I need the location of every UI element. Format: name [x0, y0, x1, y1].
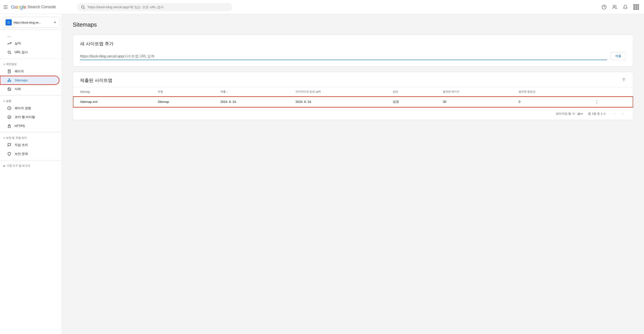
pagination-row: 페이지당 행 수: 10 ▾ 총 1행 중 1~1	[73, 107, 633, 120]
sidebar-item-https[interactable]: HTTPS	[0, 122, 59, 130]
td-last-read: 2024. 6. 24.	[288, 96, 386, 107]
sidebar-item-manual-actions[interactable]: 직접 조치	[0, 140, 59, 150]
th-submitted[interactable]: 제출 ↓	[213, 87, 288, 96]
google-logo-area[interactable]: Google Search Console	[11, 4, 56, 10]
table-body: /sitemap.xml Sitemap 2024. 6. 24. 2024. …	[73, 96, 633, 107]
td-submitted: 2024. 6. 24.	[213, 96, 288, 107]
content-area: Sitemaps 새 사이트맵 추가 https://duck-blog.ver…	[62, 14, 644, 334]
sidebar-item-core-web-vitals[interactable]: 코어 웹 바이탈	[0, 113, 59, 122]
help-icon[interactable]	[600, 3, 608, 12]
topbar: Google Search Console	[0, 0, 644, 14]
svg-line-15	[8, 88, 10, 90]
sitemap-table: Sitemap 유형 제출 ↓ 마지막으로 읽은 날짜	[73, 87, 633, 107]
sitemap-url-input[interactable]	[124, 54, 607, 58]
svg-point-4	[614, 5, 615, 7]
lock-icon	[7, 124, 12, 128]
pagination-info: 총 1행 중 1~1	[588, 112, 606, 116]
th-discovered-pages: 발견된 페이지	[436, 87, 512, 96]
account-icon[interactable]	[610, 3, 619, 12]
delete-icon	[7, 87, 12, 91]
google-logo: Google	[11, 4, 26, 10]
property-url: https://duck-blog.ve...	[14, 21, 52, 24]
submitted-title: 제출된 사이트맵	[80, 78, 112, 84]
filter-icon[interactable]	[622, 78, 626, 83]
search-bar	[77, 3, 232, 11]
experience-icon	[7, 106, 12, 110]
page-title: Sitemaps	[73, 21, 633, 28]
svg-line-6	[10, 53, 11, 54]
th-status: 상태	[386, 87, 436, 96]
notification-icon[interactable]	[621, 3, 630, 12]
section-arrow-icon: ▾	[4, 63, 5, 66]
flag-icon	[7, 143, 12, 147]
section-arrow-tools-icon: ▶	[4, 164, 5, 167]
table-header: Sitemap 유형 제출 ↓ 마지막으로 읽은 날짜	[73, 87, 633, 96]
section-experiment-label: 실험	[6, 99, 11, 103]
sidebar-item-label-manual-actions: 직접 조치	[15, 143, 28, 147]
submit-sitemap-button[interactable]: 제출	[610, 52, 626, 60]
more-options-icon[interactable]: ⋮	[594, 99, 599, 104]
add-sitemap-title: 새 사이트맵 추가	[80, 41, 626, 47]
td-row-actions[interactable]: ⋮	[588, 96, 633, 107]
section-indexing-label: 색인생성	[6, 62, 17, 66]
sidebar-item-pages[interactable]: 페이지	[0, 67, 59, 76]
submitted-card-header: 제출된 사이트맵	[73, 72, 633, 87]
sidebar-divider-4	[0, 132, 62, 132]
sidebar-section-experiment[interactable]: ▾ 실험	[0, 97, 62, 104]
sidebar-item-label-sitemaps: Sitemaps	[15, 78, 28, 82]
rows-per-page: 페이지당 행 수: 10 ▾	[556, 112, 583, 116]
sidebar-section-security[interactable]: ▾ 보안 및 직접 조치	[0, 134, 62, 140]
section-arrow-security-icon: ▾	[4, 136, 5, 139]
td-discovered-pages: 30	[436, 96, 512, 107]
main-layout: D https://duck-blog.ve... ▼ … 실적	[0, 14, 644, 334]
property-avatar: D	[6, 19, 12, 26]
sidebar-more-icon: …	[0, 32, 62, 39]
sitemap-input-wrapper: https://duck-blog.vercel.app/	[80, 54, 607, 60]
svg-line-1	[84, 8, 85, 9]
td-sitemap: /sitemap.xml	[73, 96, 150, 107]
sidebar-item-security-issues[interactable]: 보안 문제	[0, 150, 59, 158]
section-arrow-experiment-icon: ▾	[4, 100, 5, 102]
page-icon	[7, 69, 12, 74]
sidebar-item-label-security-issues: 보안 문제	[15, 152, 28, 156]
property-selector[interactable]: D https://duck-blog.ve... ▼	[2, 17, 60, 28]
rows-chevron-icon: ▾	[582, 112, 583, 115]
th-sitemap: Sitemap	[73, 87, 150, 96]
apps-icon[interactable]	[632, 3, 640, 12]
prev-page-button[interactable]	[611, 110, 618, 117]
td-type: Sitemap	[150, 96, 213, 107]
th-type: 유형	[150, 87, 213, 96]
sidebar-item-page-experience[interactable]: 페이지 경험	[0, 104, 59, 113]
sidebar-section-indexing[interactable]: ▾ 색인생성	[0, 60, 62, 67]
property-chevron-icon: ▼	[54, 21, 56, 24]
sidebar-section-tools[interactable]: ▶ 기존 도구 및 보고서	[0, 162, 62, 168]
sitemap-base-url: https://duck-blog.vercel.app/	[80, 54, 124, 58]
menu-icon[interactable]	[4, 4, 9, 10]
sidebar-item-delete[interactable]: 삭제	[0, 85, 59, 94]
topbar-left: Google Search Console	[4, 4, 74, 10]
sidebar-item-label-delete: 삭제	[15, 87, 21, 91]
submitted-sitemaps-card: 제출된 사이트맵 Sitemap 유형	[73, 72, 633, 120]
topbar-right	[600, 3, 640, 12]
sidebar-item-url-inspection[interactable]: URL 검사	[0, 48, 59, 57]
rows-select[interactable]: 10 ▾	[577, 112, 582, 116]
sidebar-divider-5	[0, 160, 62, 160]
search-input[interactable]	[87, 5, 229, 9]
shield-icon	[7, 152, 12, 156]
td-discovered-videos: 0	[512, 96, 588, 107]
sidebar-item-label-page-experience: 페이지 경험	[15, 106, 31, 110]
sitemap-icon	[7, 78, 12, 82]
search-icon	[81, 5, 85, 9]
sidebar-item-performance[interactable]: 실적	[0, 39, 59, 48]
next-page-button[interactable]	[619, 110, 626, 117]
app-title: Search Console	[28, 5, 56, 9]
rows-count: 10	[577, 112, 580, 116]
trending-up-icon	[7, 41, 12, 46]
svg-point-17	[8, 116, 11, 119]
td-status: 성공	[386, 96, 436, 107]
svg-point-5	[8, 51, 10, 54]
svg-rect-12	[9, 79, 10, 80]
rows-per-page-label: 페이지당 행 수:	[556, 112, 576, 116]
sidebar-item-sitemaps[interactable]: Sitemaps	[0, 76, 59, 85]
th-discovered-videos: 발견한 동영상	[512, 87, 588, 96]
